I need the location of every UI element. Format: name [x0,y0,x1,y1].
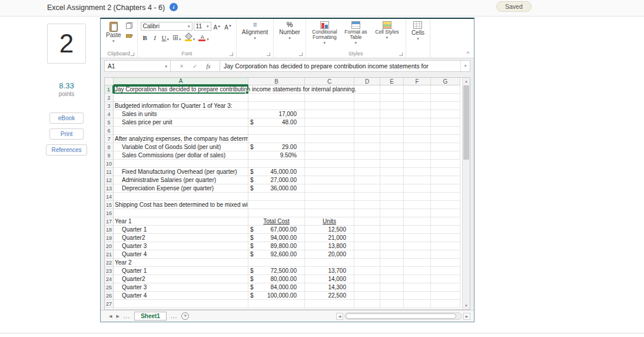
name-box[interactable]: A1 ▾ [105,61,171,71]
cell-C17[interactable]: Units [305,217,354,226]
cell-F6[interactable] [404,127,431,135]
cell-F13[interactable] [404,184,431,193]
row-header-24[interactable]: 24 [105,275,114,283]
format-as-table-button[interactable]: Format as Table ▾ [340,20,371,45]
cell-F24[interactable] [404,275,431,283]
scroll-left-icon[interactable]: ◀ [336,313,343,320]
cell-A9[interactable]: Sales Commissions (per dollar of sales) [114,151,248,160]
add-sheet-button[interactable]: + [181,312,189,320]
cell-G7[interactable] [431,135,460,143]
cancel-icon[interactable]: × [180,62,183,70]
cell-B8[interactable]: $29.00 [248,143,305,151]
cell-G4[interactable] [431,110,460,118]
sheet-nav-left-icon[interactable]: ◀ [109,314,112,319]
cell-C26[interactable]: 22,500 [305,292,354,300]
column-header-F[interactable]: F [404,78,431,85]
cell-D15[interactable] [354,201,380,209]
cell-F17[interactable] [404,217,431,226]
cell-A2[interactable] [114,94,248,102]
sheet-ellipsis-right[interactable]: ... [171,313,177,319]
cell-A10[interactable] [114,160,248,168]
cell-F7[interactable] [404,135,431,143]
cell-F14[interactable] [404,193,431,201]
cell-A6[interactable] [114,127,248,135]
cell-E2[interactable] [380,94,404,102]
cell-C12[interactable] [305,176,354,184]
cell-D8[interactable] [354,143,380,151]
cell-F8[interactable] [404,143,431,151]
cell-B19[interactable]: $94,000.00 [248,234,305,242]
row-header-20[interactable]: 20 [105,242,114,250]
enter-icon[interactable]: ✓ [192,63,197,70]
cell-A15[interactable]: Shipping Cost has been determined to be … [114,201,248,209]
references-button[interactable]: References [46,144,87,156]
cell-A5[interactable]: Sales price per unit [114,118,248,127]
cell-A4[interactable]: Sales in units [114,110,248,118]
cell-A3[interactable]: Budgeted information for Quarter 1 of Ye… [114,102,248,110]
cell-B2[interactable] [248,94,305,102]
cell-C20[interactable]: 13,800 [305,242,354,250]
cell-C7[interactable] [305,135,354,143]
cell-A25[interactable]: Quarter 3 [114,283,248,292]
cell-C24[interactable]: 14,000 [305,275,354,283]
cell-A26[interactable]: Quarter 4 [114,292,248,300]
scroll-down-icon[interactable]: ▼ [463,302,470,309]
cell-E12[interactable] [380,176,404,184]
cell-C4[interactable] [305,110,354,118]
cell-D18[interactable] [354,226,380,234]
cell-F25[interactable] [404,283,431,292]
cell-E7[interactable] [380,135,404,143]
row-header-27[interactable]: 27 [105,300,114,308]
cell-B9[interactable]: 9.50% [248,151,305,160]
cell-G3[interactable] [431,102,460,110]
row-header-7[interactable]: 7 [105,135,114,143]
cell-F9[interactable] [404,151,431,160]
cell-B24[interactable]: $80,000.00 [248,275,305,283]
row-header-14[interactable]: 14 [105,193,114,201]
cell-E16[interactable] [380,209,404,217]
cell-E17[interactable] [380,217,404,226]
cell-G21[interactable] [431,250,460,259]
expand-formula-bar-icon[interactable]: ▾ [460,61,470,71]
insert-function-icon[interactable]: fx [207,63,211,70]
cell-F20[interactable] [404,242,431,250]
cell-E24[interactable] [380,275,404,283]
cell-D16[interactable] [354,209,380,217]
cell-B4[interactable]: 17,000 [248,110,305,118]
cell-E20[interactable] [380,242,404,250]
ebook-button[interactable]: eBook [49,113,84,124]
cell-E13[interactable] [380,184,404,193]
formula-input[interactable]: Jay Corporation has decided to prepare c… [220,61,460,71]
styles-dialog-launcher-icon[interactable] [399,52,403,56]
cell-C8[interactable] [305,143,354,151]
paste-button[interactable]: Paste ▾ [104,20,124,44]
row-header-4[interactable]: 4 [105,110,114,118]
cell-C25[interactable]: 14,300 [305,283,354,292]
cell-B22[interactable] [248,259,305,267]
vscroll-thumb[interactable] [463,85,469,160]
cell-B11[interactable]: $45,000.00 [248,168,305,176]
font-dialog-launcher-icon[interactable] [230,52,233,56]
row-header-15[interactable]: 15 [105,201,114,209]
column-header-D[interactable]: D [354,78,380,85]
alignment-button[interactable]: ≡ Alignment ▾ [240,20,270,41]
cell-C14[interactable] [305,193,354,201]
cell-G18[interactable] [431,226,460,234]
cell-C2[interactable] [305,94,354,102]
cell-A27[interactable] [114,300,248,308]
select-all-corner[interactable] [105,78,114,85]
cell-A19[interactable]: Quarter2 [114,234,248,242]
cell-D14[interactable] [354,193,380,201]
cell-E18[interactable] [380,226,404,234]
cell-C21[interactable]: 20,000 [305,250,354,259]
cell-D19[interactable] [354,234,380,242]
cell-D27[interactable] [354,300,380,308]
cell-E14[interactable] [380,193,404,201]
cell-C3[interactable] [305,102,354,110]
conditional-formatting-button[interactable]: Conditional Formatting ▾ [309,20,340,45]
cell-D4[interactable] [354,110,380,118]
row-header-9[interactable]: 9 [105,151,114,160]
cell-E22[interactable] [380,259,404,267]
cell-B25[interactable]: $84,000.00 [248,283,305,292]
cell-B20[interactable]: $89,800.00 [248,242,305,250]
